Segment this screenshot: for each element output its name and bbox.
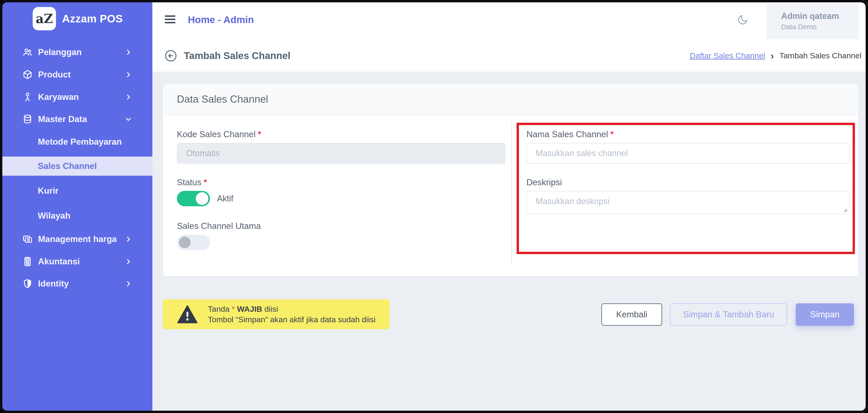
toggle-knob — [179, 236, 191, 248]
page-head: Tambah Sales Channel Daftar Sales Channe… — [152, 40, 868, 72]
resize-grip-icon[interactable] — [842, 206, 848, 212]
sidebar-item-pelanggan[interactable]: Pelanggan — [0, 41, 152, 63]
chevron-right-icon — [125, 280, 132, 287]
sidebar-subitem-sales-channel[interactable]: Sales Channel — [0, 157, 152, 176]
app-name: Azzam POS — [62, 12, 123, 25]
status-label: Status* — [177, 178, 207, 187]
breadcrumb: Daftar Sales Channel › Tambah Sales Chan… — [690, 51, 862, 60]
sidebar-item-master-data[interactable]: Master Data — [0, 108, 152, 130]
cube-icon — [22, 69, 33, 80]
breadcrumb-link[interactable]: Daftar Sales Channel — [690, 51, 765, 60]
brand[interactable]: aZ Azzam POS — [33, 7, 123, 30]
page-title: Tambah Sales Channel — [184, 50, 290, 61]
deskripsi-textarea[interactable] — [526, 191, 849, 214]
utama-label: Sales Channel Utama — [177, 221, 261, 231]
arrow-left-circle-icon[interactable] — [165, 50, 177, 62]
breadcrumb-separator-icon: › — [771, 52, 774, 60]
app-window: aZ Azzam POS Pelanggan Product — [0, 0, 868, 413]
sidebar-item-label: Identity — [38, 279, 69, 289]
notice-line-1: Tanda * WAJIB diisi — [208, 304, 375, 314]
shield-icon — [22, 278, 33, 289]
user-name: Admin qateam — [781, 11, 859, 21]
notice-line-2: Tombol “Simpan” akan aktif jika data sud… — [208, 314, 375, 325]
topbar: Home - Admin Admin qateam Data Demo — [152, 0, 868, 40]
chevron-down-icon — [125, 116, 132, 123]
sidebar-item-identity[interactable]: Identity — [0, 273, 152, 295]
person-icon — [22, 92, 33, 102]
chevron-right-icon — [125, 236, 132, 243]
nama-input[interactable] — [526, 143, 849, 164]
sidebar-item-label: Sales Channel — [38, 161, 97, 171]
sidebar-subitem-wilayah[interactable]: Wilayah — [0, 204, 152, 227]
banknote-icon — [22, 234, 33, 245]
notice-box: Tanda * WAJIB diisi Tombol “Simpan” akan… — [163, 299, 390, 329]
sidebar-item-management-harga[interactable]: Management harga — [0, 228, 152, 250]
sidebar-item-label: Master Data — [38, 114, 87, 124]
sidebar-subitem-kurir[interactable]: Kurir — [0, 180, 152, 202]
utama-toggle[interactable] — [177, 235, 210, 250]
header-title: Home - Admin — [188, 0, 254, 40]
notice-text: Tanda * WAJIB diisi Tombol “Simpan” akan… — [208, 304, 375, 325]
card-title: Data Sales Channel — [177, 93, 268, 105]
sidebar-item-label: Karyawan — [38, 92, 79, 102]
sidebar-item-label: Product — [38, 70, 71, 80]
user-menu[interactable]: Admin qateam Data Demo — [767, 4, 859, 39]
app-logo: aZ — [33, 7, 56, 30]
column-divider — [511, 122, 512, 265]
chevron-right-icon — [125, 258, 132, 265]
sidebar-item-label: Wilayah — [38, 211, 70, 221]
warning-triangle-icon — [177, 305, 198, 324]
status-value-label: Aktif — [217, 191, 233, 206]
card-body: Kode Sales Channel* Status* Aktif Sales … — [163, 115, 859, 276]
calculator-icon — [22, 256, 33, 267]
chevron-right-icon — [125, 71, 132, 78]
users-icon — [22, 47, 33, 58]
chevron-right-icon — [125, 49, 132, 56]
chevron-right-icon — [125, 94, 132, 101]
back-button[interactable]: Kembali — [601, 303, 662, 326]
nama-label: Nama Sales Channel* — [526, 129, 614, 139]
hamburger-icon[interactable] — [165, 15, 176, 24]
content-area: Data Sales Channel Kode Sales Channel* S… — [152, 72, 868, 413]
database-icon — [22, 114, 33, 125]
user-subtitle: Data Demo — [781, 23, 859, 31]
moon-icon[interactable] — [737, 14, 748, 26]
sidebar-subitem-metode-pembayaran[interactable]: Metode Pembayaran — [0, 131, 152, 153]
sidebar: aZ Azzam POS Pelanggan Product — [0, 0, 152, 413]
toggle-knob — [196, 192, 208, 205]
breadcrumb-current: Tambah Sales Channel — [779, 51, 862, 60]
annotation-highlight-box — [517, 123, 855, 254]
deskripsi-label: Deskripsi — [526, 178, 562, 187]
status-toggle[interactable] — [177, 191, 210, 206]
sidebar-item-product[interactable]: Product — [0, 63, 152, 86]
card-header: Data Sales Channel — [163, 84, 859, 115]
sidebar-item-akuntansi[interactable]: Akuntansi — [0, 250, 152, 273]
kode-input[interactable] — [177, 143, 505, 164]
save-and-add-button[interactable]: Simpan & Tambah Baru — [670, 303, 787, 326]
sidebar-item-label: Metode Pembayaran — [38, 137, 122, 147]
sidebar-item-label: Kurir — [38, 186, 58, 196]
sidebar-item-karyawan[interactable]: Karyawan — [0, 86, 152, 108]
sidebar-item-label: Management harga — [38, 234, 117, 244]
save-button[interactable]: Simpan — [796, 303, 854, 326]
sidebar-item-label: Akuntansi — [38, 257, 80, 266]
kode-label: Kode Sales Channel* — [177, 129, 261, 139]
form-card: Data Sales Channel Kode Sales Channel* S… — [163, 83, 859, 277]
sidebar-item-label: Pelanggan — [38, 47, 82, 57]
